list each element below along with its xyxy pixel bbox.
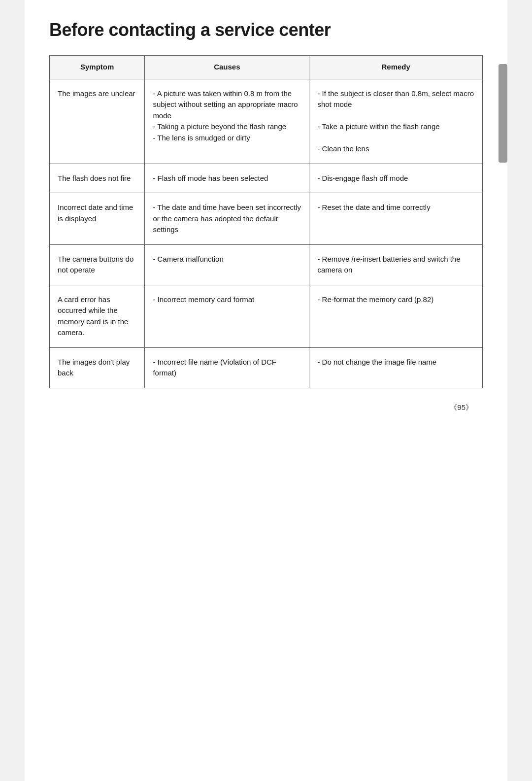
remedy-cell: - Do not change the image file name: [309, 347, 483, 388]
causes-cell: - Flash off mode has been selected: [145, 164, 309, 193]
scrollbar[interactable]: [499, 64, 507, 163]
table-row: The images are unclear - A picture was t…: [50, 79, 483, 164]
causes-cell: - The date and time have been set incorr…: [145, 193, 309, 245]
page: Before contacting a service center Sympt…: [25, 0, 507, 781]
service-center-table: Symptom Causes Remedy The images are unc…: [49, 55, 483, 388]
remedy-cell: - Remove /re-insert batteries and switch…: [309, 244, 483, 285]
causes-cell: - Camera malfunction: [145, 244, 309, 285]
page-number: 《95》: [49, 403, 483, 412]
remedy-cell: - Reset the date and time correctly: [309, 193, 483, 245]
symptom-cell: Incorrect date and time is displayed: [50, 193, 145, 245]
remedy-cell: - If the subject is closer than 0.8m, se…: [309, 79, 483, 164]
remedy-cell: - Dis-engage flash off mode: [309, 164, 483, 193]
symptom-cell: The camera buttons do not operate: [50, 244, 145, 285]
page-title: Before contacting a service center: [49, 20, 483, 40]
header-causes: Causes: [145, 56, 309, 79]
remedy-cell: - Re-format the memory card (p.82): [309, 285, 483, 347]
symptom-cell: The images don't play back: [50, 347, 145, 388]
table-row: A card error has occurred while the memo…: [50, 285, 483, 347]
table-row: Incorrect date and time is displayed - T…: [50, 193, 483, 245]
table-row: The camera buttons do not operate - Came…: [50, 244, 483, 285]
symptom-cell: A card error has occurred while the memo…: [50, 285, 145, 347]
header-symptom: Symptom: [50, 56, 145, 79]
table-row: The flash does not fire - Flash off mode…: [50, 164, 483, 193]
causes-cell: - A picture was taken within 0.8 m from …: [145, 79, 309, 164]
header-remedy: Remedy: [309, 56, 483, 79]
causes-cell: - Incorrect memory card format: [145, 285, 309, 347]
causes-cell: - Incorrect file name (Violation of DCF …: [145, 347, 309, 388]
table-row: The images don't play back - Incorrect f…: [50, 347, 483, 388]
symptom-cell: The flash does not fire: [50, 164, 145, 193]
symptom-cell: The images are unclear: [50, 79, 145, 164]
table-header-row: Symptom Causes Remedy: [50, 56, 483, 79]
